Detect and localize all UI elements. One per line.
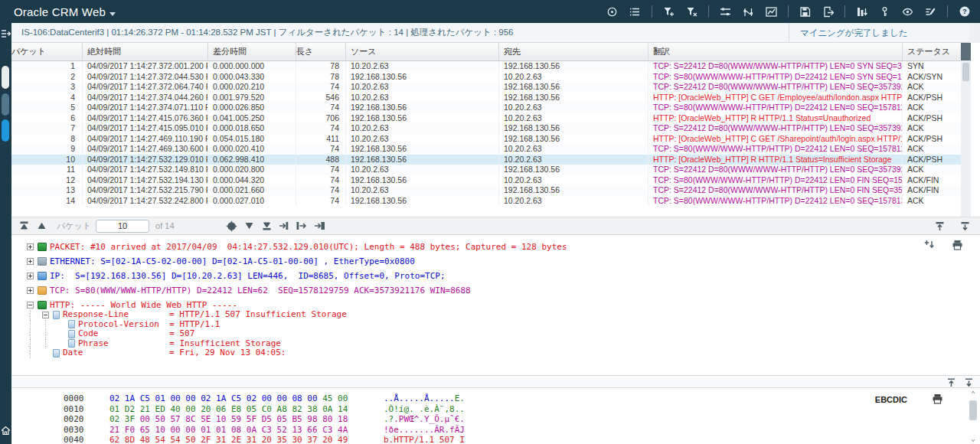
table-row[interactable]: 2 04/09/2017 1:14:27.372.044.530 PM JST …	[11, 72, 971, 83]
chevron-down-icon[interactable]: ⌄	[968, 435, 978, 442]
decode-tree-line[interactable]: Code = 507	[27, 329, 980, 339]
decode-tree-line[interactable]: IP: S=[192.168.130.56] D=[10.20.2.63] LE…	[27, 271, 980, 281]
hex-offset: 0010	[64, 404, 109, 415]
hex-row[interactable]: 004062 8D 48 54 54 50 2F 31 2E 31 20 35 …	[11, 435, 980, 444]
menu-expand-icon[interactable]	[1, 28, 11, 37]
target-icon[interactable]	[606, 5, 619, 18]
column-header[interactable]: 宛先	[499, 43, 648, 60]
list-view-icon[interactable]	[629, 5, 642, 18]
hex-offset: 0000	[64, 393, 109, 404]
expand-icon[interactable]	[27, 258, 34, 265]
hex-ascii: .?.PWŒ^.Y_Õ.µ˜€.	[384, 414, 465, 425]
column-header[interactable]: 絶対時間	[83, 43, 208, 60]
cell-packet-no: 12	[11, 175, 83, 186]
export-icon[interactable]	[822, 5, 835, 18]
doc-protocol-icon	[68, 339, 75, 348]
expand-icon[interactable]	[27, 287, 34, 294]
expand-icon[interactable]	[27, 243, 34, 250]
panel-tab-slate[interactable]	[2, 93, 9, 116]
table-row[interactable]: 12 04/09/2017 1:14:27.532.194.130 PM JST…	[11, 175, 971, 186]
table-row[interactable]: 13 04/09/2017 1:14:27.532.215.790 PM JST…	[11, 185, 971, 196]
goto-marker-icon[interactable]	[296, 220, 309, 232]
table-row[interactable]: 10 04/09/2017 1:14:27.532.129.010 PM JST…	[11, 155, 971, 165]
table-row[interactable]: 9 04/09/2017 1:14:27.469.130.600 PM JST …	[11, 144, 971, 155]
decode-tree-line[interactable]: Response-Line = HTTP/1.1 507 Insufficien…	[27, 310, 980, 320]
packet-analyzer-window: Oracle CRM Web ?	[0, 0, 980, 444]
column-header[interactable]: 翻訳	[648, 43, 903, 60]
decode-tree-line[interactable]: PACKET: #10 arrived at 2017/04/09 04:14:…	[27, 242, 980, 252]
help-icon[interactable]: ?	[958, 5, 971, 18]
hex-scrollbar-thumb[interactable]	[969, 400, 977, 420]
table-scrollbar-button[interactable]	[961, 43, 971, 60]
packet-number-input[interactable]	[96, 220, 149, 233]
expand-all-icon[interactable]	[924, 240, 935, 253]
export-down-icon[interactable]	[959, 220, 972, 232]
table-row[interactable]: 1 04/09/2017 1:14:27.372.001.200 PM JST …	[11, 61, 971, 72]
collapse-icon[interactable]	[42, 312, 49, 318]
eye-icon[interactable]	[901, 5, 914, 18]
hex-row[interactable]: 003021 F0 65 10 00 00 01 01 08 0A C3 52 …	[11, 425, 980, 436]
next-packet-icon[interactable]	[243, 220, 256, 232]
encoding-label[interactable]: EBCDIC	[875, 395, 907, 404]
chart-markers-icon[interactable]	[742, 5, 755, 18]
decode-tree-line[interactable]: TCP: S=80(WWW/WWW-HTTP/HTTP) D=22412 LEN…	[27, 286, 980, 295]
jump-last-icon[interactable]	[260, 220, 273, 232]
cell-destination: 10.20.2.63	[499, 113, 648, 124]
column-header[interactable]: 長さ	[296, 43, 346, 60]
panel-tab-blue[interactable]	[2, 119, 9, 142]
cell-translation: TCP: S=80(WWW/WWW-HTTP/HTTP) D=22412 LEN…	[648, 175, 903, 186]
filter-remove-icon[interactable]	[685, 5, 698, 18]
key-icon[interactable]	[878, 5, 891, 18]
filter-add-icon[interactable]	[662, 5, 675, 18]
save-icon[interactable]	[799, 5, 812, 18]
cell-delta-time: 0.000.043.330	[208, 72, 296, 83]
crosshair-icon[interactable]	[225, 220, 238, 232]
table-row[interactable]: 11 04/09/2017 1:14:27.532.149.810 PM JST…	[11, 165, 971, 175]
mining-status-text: マイニングが完了しました	[800, 28, 908, 39]
cell-translation: TCP: S=22412 D=80(WWW/WWW-HTTP/HTTP) LEN…	[648, 185, 903, 196]
hex-row[interactable]: 002002 3F 00 50 57 8C 5E 10 59 5F D5 05 …	[11, 414, 980, 425]
table-row[interactable]: 8 04/09/2017 1:14:27.469.110.190 PM JST …	[11, 134, 971, 145]
table-row[interactable]: 6 04/09/2017 1:14:27.415.076.360 PM JST …	[11, 113, 971, 124]
doc-protocol-icon	[53, 349, 60, 357]
print-icon[interactable]	[932, 393, 943, 406]
column-header[interactable]: 差分時間	[208, 43, 296, 60]
column-header[interactable]: パケット	[11, 43, 83, 60]
cell-abs-time: 04/09/2017 1:14:27.532.129.010 PM JST	[83, 155, 208, 165]
cell-source: 192.168.130.56	[346, 113, 499, 124]
expand-icon[interactable]	[27, 273, 34, 279]
hex-row[interactable]: 000002 1A C5 01 00 00 02 1A C5 02 00 00 …	[11, 393, 980, 404]
home-icon[interactable]	[0, 425, 11, 436]
print-icon[interactable]	[952, 240, 963, 253]
sliders-icon[interactable]	[719, 5, 732, 18]
hex-ascii: ..Å.....Å.....E.	[384, 393, 465, 404]
prev-packet-icon[interactable]	[35, 220, 48, 232]
hex-row[interactable]: 001001 D2 21 ED 40 00 20 06 E8 05 C0 A8 …	[11, 404, 980, 415]
edit-chart-icon[interactable]	[924, 5, 937, 18]
table-row[interactable]: 7 04/09/2017 1:14:27.415.095.010 PM JST …	[11, 123, 971, 134]
hex-bytes: 62 8D 48 54 54 50 2F 31 2E 31 20 35 30 3…	[109, 435, 362, 444]
chart-line-icon[interactable]	[765, 5, 778, 18]
column-header[interactable]: ソース	[346, 43, 499, 60]
panel-tab-white[interactable]	[2, 66, 9, 89]
hex-rows[interactable]: 000002 1A C5 01 00 00 02 1A C5 02 00 00 …	[11, 388, 980, 444]
table-row[interactable]: 5 04/09/2017 1:14:27.374.071.110 PM JST …	[11, 103, 971, 113]
jump-first-icon[interactable]	[18, 220, 31, 232]
cell-length: 74	[296, 175, 346, 186]
table-row[interactable]: 3 04/09/2017 1:14:27.372.064.740 PM JST …	[11, 82, 971, 93]
hex-bytes: 02 1A C5 01 00 00 02 1A C5 02 00 00 08 0…	[109, 393, 362, 404]
cell-delta-time: 0.000.026.850	[208, 103, 296, 113]
chevron-up-icon[interactable]: ⌃	[968, 390, 978, 398]
table-row[interactable]: 14 04/09/2017 1:14:27.532.242.800 PM JST…	[11, 196, 971, 207]
export-up-icon[interactable]	[933, 220, 946, 232]
collapse-icon[interactable]	[27, 302, 34, 309]
next-marker-icon[interactable]	[313, 220, 326, 232]
app-title[interactable]: Oracle CRM Web	[14, 5, 116, 18]
column-sort-icon[interactable]	[855, 5, 868, 18]
prev-marker-icon[interactable]	[278, 220, 291, 232]
table-scrollbar-thumb[interactable]	[962, 63, 969, 81]
decode-tree-line[interactable]: Date = Fri, 29 Nov 13 04:05:	[27, 348, 980, 358]
table-row[interactable]: 4 04/09/2017 1:14:27.374.044.260 PM JST …	[11, 93, 971, 103]
cell-destination: 192.168.130.56	[499, 134, 648, 145]
decode-tree-line[interactable]: ETHERNET: S=[02-1A-C5-02-00-00] D=[02-1A…	[27, 256, 980, 266]
